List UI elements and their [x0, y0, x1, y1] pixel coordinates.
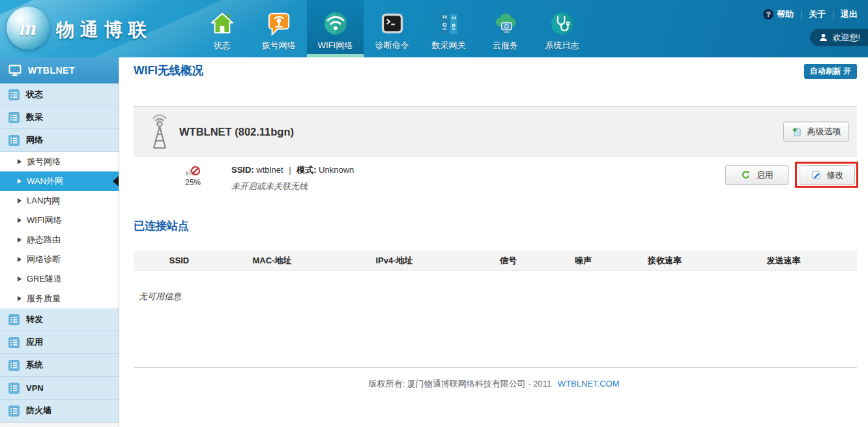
top-utility-links: ? 帮助 关于 退出: [763, 8, 858, 20]
sidebar-group-label: 转发: [26, 314, 43, 325]
cloud-icon: [493, 11, 518, 36]
list-icon: [8, 112, 20, 123]
table-column-header: IPv4-地址: [319, 250, 469, 270]
divider: |: [289, 165, 291, 175]
sidebar-item-10[interactable]: GRE隧道: [0, 269, 119, 289]
top-header: m 物通博联 状态拨号网络WIFI网络诊断命令数采网关云服务系统日志 ? 帮助 …: [0, 0, 868, 57]
sidebar-item-label: 静态路由: [27, 234, 61, 246]
ssid-info: SSID: wtblnet | 模式: Unknown 未开启或未关联无线: [231, 164, 354, 192]
sidebar-item-label: WAN外网: [27, 175, 63, 187]
wifi-status-text: 未开启或未关联无线: [231, 181, 354, 192]
divider: [801, 10, 802, 19]
modify-button[interactable]: 修改: [800, 165, 855, 185]
topnav-tab-7[interactable]: 系统日志: [534, 0, 590, 57]
sidebar-group-label: 应用: [26, 336, 43, 348]
about-label: 关于: [809, 8, 826, 20]
topnav-tab-5[interactable]: 数采网关: [420, 0, 477, 57]
sidebar-group-label: 数采: [26, 111, 43, 123]
sidebar-item-7[interactable]: WIFI网络: [0, 211, 119, 230]
device-name: WTBLNET: [28, 65, 75, 76]
sidebar-item-15[interactable]: VPN: [0, 377, 119, 400]
list-icon: [8, 135, 20, 146]
stations-empty-text: 无可用信息: [139, 291, 181, 302]
topnav-tab-2[interactable]: 拨号网络: [250, 0, 307, 57]
list-icon: [8, 360, 20, 371]
welcome-label: 欢迎您!: [832, 32, 860, 44]
welcome-badge[interactable]: 欢迎您!: [810, 29, 868, 46]
copyright-text: 版权所有: 厦门物通博联网络科技有限公司 · 2011: [369, 379, 552, 389]
enable-button[interactable]: 启用: [725, 165, 788, 185]
terminal-icon: [380, 11, 405, 36]
signal-indicator: 25%: [182, 163, 204, 187]
connected-stations-title: 已连接站点: [134, 218, 189, 233]
sidebar-item-5[interactable]: WAN外网: [0, 171, 119, 191]
gateway-icon: [437, 11, 461, 36]
brand-logo-icon: m: [7, 7, 50, 50]
topnav-tab-1[interactable]: 状态: [194, 0, 250, 57]
advanced-options-icon: [792, 126, 802, 136]
arrow-right-icon: [18, 159, 22, 164]
modify-label: 修改: [827, 169, 844, 181]
topnav-tab-label: 状态: [214, 40, 231, 52]
help-link[interactable]: ? 帮助: [763, 8, 794, 20]
wifi-icon: [323, 11, 348, 36]
sidebar-group-label: 防火墙: [26, 405, 51, 417]
page-title: WIFI无线概况: [134, 63, 203, 78]
sidebar-group-label: VPN: [26, 383, 44, 393]
sidebar-item-3[interactable]: 网络: [0, 129, 119, 152]
user-icon: [819, 33, 828, 42]
sidebar-item-label: WIFI网络: [27, 214, 61, 226]
arrow-right-icon: [18, 198, 22, 203]
topnav-tab-label: WIFI网络: [318, 40, 353, 52]
topnav-tab-label: 数采网关: [432, 40, 466, 52]
help-label: 帮助: [777, 8, 794, 20]
topnav-tab-6[interactable]: 云服务: [477, 0, 534, 57]
monitor-icon: [8, 65, 22, 76]
sidebar-item-4[interactable]: 拨号网络: [0, 152, 119, 171]
topnav-tab-3[interactable]: WIFI网络: [307, 0, 364, 57]
antenna-icon: [145, 114, 174, 151]
sidebar-item-13[interactable]: 应用: [0, 331, 119, 354]
topnav-tab-label: 拨号网络: [262, 40, 296, 52]
stethoscope-icon: [550, 11, 575, 36]
topnav-tab-4[interactable]: 诊断命令: [364, 0, 420, 57]
sidebar-item-8[interactable]: 静态路由: [0, 230, 119, 250]
ssid-line: SSID: wtblnet | 模式: Unknown: [231, 164, 354, 176]
signal-disabled-icon: [185, 163, 201, 176]
sidebar-item-14[interactable]: 系统: [0, 354, 119, 377]
table-column-header: 信号: [469, 250, 547, 270]
about-link[interactable]: 关于: [809, 8, 826, 20]
brand-name: 物通博联: [56, 18, 152, 42]
table-column-header: 噪声: [547, 250, 619, 270]
wifi-network-title: WTBLNET (802.11bgn): [179, 125, 294, 138]
table-column-header: 发送速率: [710, 250, 857, 270]
mode-label: 模式:: [297, 165, 316, 175]
sidebar-item-label: 拨号网络: [27, 156, 61, 168]
sidebar-item-2[interactable]: 数采: [0, 106, 119, 129]
arrow-right-icon: [18, 296, 22, 301]
logout-link[interactable]: 退出: [841, 8, 858, 20]
advanced-options-button[interactable]: 高级选项: [783, 121, 849, 141]
sidebar-item-6[interactable]: LAN内网: [0, 191, 119, 211]
dial-icon: [267, 11, 291, 36]
arrow-right-icon: [18, 218, 22, 223]
sidebar-item-16[interactable]: 防火墙: [0, 400, 119, 422]
wifi-overview-panel: WTBLNET (802.11bgn) 高级选项: [134, 106, 857, 156]
footer: 版权所有: 厦门物通博联网络科技有限公司 · 2011 WTBLNET.COM: [120, 378, 868, 390]
advanced-options-label: 高级选项: [807, 126, 841, 138]
sidebar-header: WTBLNET: [0, 57, 119, 83]
list-icon: [8, 314, 20, 325]
auto-refresh-toggle[interactable]: 自动刷新 开: [804, 64, 857, 79]
arrow-right-icon: [18, 237, 22, 243]
sidebar-filler: [0, 422, 119, 427]
help-icon: ?: [763, 9, 774, 20]
sidebar-group-label: 状态: [26, 89, 43, 100]
sidebar-item-1[interactable]: 状态: [0, 83, 119, 106]
sidebar-item-11[interactable]: 服务质量: [0, 289, 119, 308]
enable-label: 启用: [757, 169, 774, 181]
sidebar-item-12[interactable]: 转发: [0, 308, 119, 331]
topnav-tab-label: 云服务: [493, 40, 518, 52]
sidebar-item-9[interactable]: 网络诊断: [0, 250, 119, 269]
footer-link[interactable]: WTBLNET.COM: [558, 379, 620, 389]
edit-icon: [811, 170, 821, 180]
